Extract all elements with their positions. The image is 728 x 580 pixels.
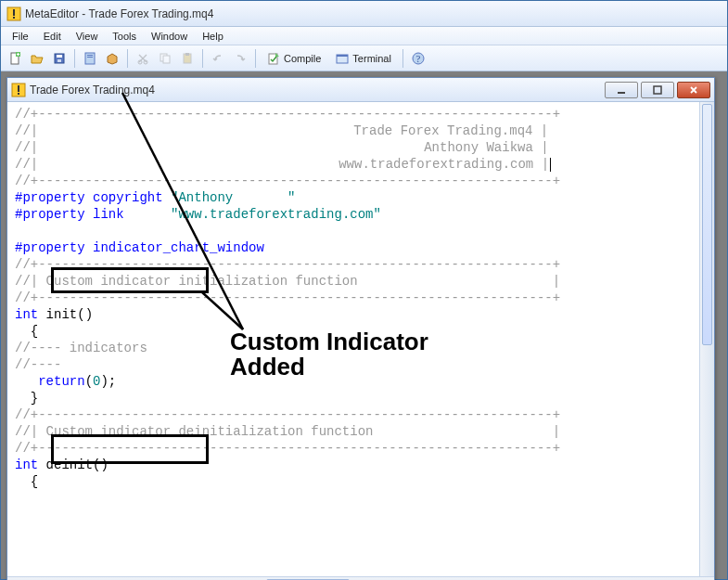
menu-window[interactable]: Window (144, 29, 195, 44)
code-keyword: #property (15, 207, 85, 222)
svg-rect-2 (13, 17, 15, 19)
svg-rect-27 (618, 92, 625, 94)
maximize-button[interactable] (641, 82, 674, 98)
code-text: ( (85, 374, 93, 389)
toolbar-separator (402, 49, 403, 68)
terminal-button[interactable]: Terminal (329, 48, 398, 69)
editor-titlebar: Trade Forex Trading.mq4 (7, 78, 714, 102)
code-line: //---- (15, 357, 61, 372)
editor-window: Trade Forex Trading.mq4 //+-------------… (6, 77, 715, 580)
code-text: deinit() (38, 458, 109, 472)
code-line: //| Custom indicator initialization func… (15, 274, 560, 289)
code-text: link (85, 207, 171, 222)
code-keyword: int (15, 458, 38, 472)
code-keyword: #property (15, 240, 85, 255)
code-line: //+-------------------------------------… (15, 107, 560, 122)
editor-body: //+-------------------------------------… (7, 102, 714, 576)
titlebar: MetaEditor - Trade Forex Trading.mq4 (1, 1, 727, 27)
mdi-area: Trade Forex Trading.mq4 //+-------------… (1, 71, 727, 579)
toolbar-separator (255, 49, 256, 68)
navigator-button[interactable] (80, 48, 100, 69)
code-text: copyright (85, 190, 171, 205)
svg-text:?: ? (416, 54, 421, 64)
scroll-right-arrow[interactable] (699, 577, 714, 581)
code-line: Anthony Waikwa | (424, 140, 548, 155)
code-editor[interactable]: //+-------------------------------------… (7, 102, 699, 576)
toolbar: Compile Terminal ? (1, 45, 727, 71)
code-string: "Anthony " (171, 190, 295, 205)
code-line: //+-------------------------------------… (15, 441, 560, 456)
cut-button[interactable] (133, 48, 153, 69)
code-text (15, 374, 38, 389)
svg-rect-18 (185, 53, 189, 56)
close-button[interactable] (677, 82, 710, 98)
menu-view[interactable]: View (69, 29, 106, 44)
code-line: } (15, 391, 38, 406)
app-window: MetaEditor - Trade Forex Trading.mq4 Fil… (0, 0, 728, 580)
svg-rect-6 (17, 54, 19, 55)
menu-edit[interactable]: Edit (36, 29, 69, 44)
code-line: Trade Forex Trading.mq4 | (353, 123, 548, 138)
compile-button[interactable]: Compile (261, 48, 327, 69)
toolbox-button[interactable] (102, 48, 122, 69)
toolbar-separator (127, 49, 128, 68)
terminal-label: Terminal (352, 53, 391, 64)
help-button[interactable]: ? (408, 48, 428, 69)
svg-rect-10 (85, 53, 95, 64)
new-file-button[interactable] (5, 48, 25, 69)
code-keyword: int (15, 307, 38, 322)
svg-rect-28 (654, 86, 661, 94)
code-keyword: return (38, 374, 84, 389)
code-line: //+-------------------------------------… (15, 407, 560, 422)
code-line: //| (15, 123, 38, 138)
code-string: "www.tradeforextrading.com" (171, 207, 381, 222)
code-line: //| (15, 157, 38, 172)
scroll-thumb[interactable] (702, 104, 712, 345)
toolbar-separator (202, 49, 203, 68)
text-cursor (550, 158, 551, 172)
vertical-scrollbar[interactable] (699, 102, 714, 576)
paste-button[interactable] (177, 48, 198, 69)
app-title: MetaEditor - Trade Forex Trading.mq4 (25, 7, 213, 20)
svg-rect-12 (87, 57, 93, 58)
window-controls (605, 82, 710, 98)
open-file-button[interactable] (27, 48, 47, 69)
menubar: File Edit View Tools Window Help (1, 27, 727, 45)
mq4-file-icon (11, 83, 26, 97)
menu-help[interactable]: Help (195, 29, 231, 44)
code-line: { (15, 324, 38, 339)
save-button[interactable] (49, 48, 70, 69)
code-line: //---- indicators (15, 341, 147, 355)
svg-rect-1 (13, 9, 15, 16)
compile-label: Compile (284, 53, 321, 64)
svg-rect-9 (57, 59, 61, 62)
editor-title: Trade Forex Trading.mq4 (30, 84, 605, 97)
code-line: //| (15, 140, 38, 155)
code-line: //| Custom indicator deinitialization fu… (15, 424, 560, 439)
horizontal-scrollbar[interactable] (7, 576, 714, 580)
scroll-left-arrow[interactable] (7, 577, 22, 581)
toolbar-separator (74, 49, 75, 68)
menu-file[interactable]: File (5, 29, 36, 44)
minimize-button[interactable] (605, 82, 638, 98)
code-line: //+-------------------------------------… (15, 174, 560, 188)
svg-rect-21 (337, 55, 348, 57)
app-icon (6, 6, 21, 21)
code-text: ); (100, 374, 116, 389)
svg-rect-8 (57, 55, 62, 58)
svg-rect-16 (163, 56, 170, 63)
code-line: { (15, 474, 38, 489)
code-line: www.tradeforextrading.com | (338, 157, 549, 172)
code-text: indicator_chart_window (85, 240, 264, 255)
svg-rect-26 (18, 93, 19, 95)
code-text: init() (38, 307, 93, 322)
code-line: //+-------------------------------------… (15, 290, 560, 305)
code-keyword: #property (15, 190, 85, 205)
redo-button[interactable] (230, 48, 250, 69)
undo-button[interactable] (208, 48, 228, 69)
svg-rect-25 (18, 85, 19, 92)
copy-button[interactable] (155, 48, 175, 69)
menu-tools[interactable]: Tools (105, 29, 144, 44)
code-line: //+-------------------------------------… (15, 257, 560, 272)
svg-rect-11 (87, 55, 93, 56)
